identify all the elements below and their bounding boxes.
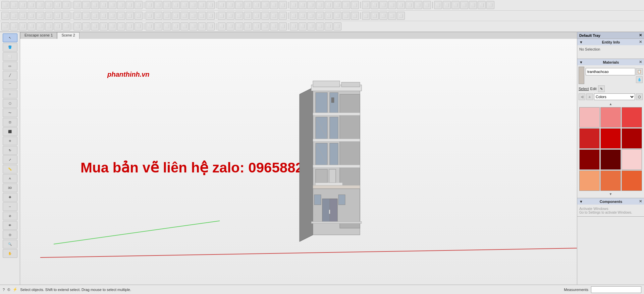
toolbar-btn-tb-row2-22[interactable]: ⬜ (198, 12, 206, 20)
sidebar-zoom-tool[interactable]: 🔍 (3, 240, 17, 248)
toolbar-btn-tb-row3-28[interactable]: ⬜ (253, 22, 261, 30)
toolbar-btn-tb-row1-8[interactable]: ⬜ (73, 1, 82, 9)
toolbar-btn-tb-row2-7[interactable]: ⬜ (62, 12, 70, 20)
color-swatch-11[interactable] (622, 170, 642, 191)
sidebar-walk-tool[interactable]: 👁 (3, 221, 17, 230)
materials-header[interactable]: ▼ Materials ✕ (577, 59, 644, 65)
toolbar-btn-tb-row1-35[interactable]: ⬜ (316, 1, 324, 9)
material-sample-btn[interactable]: 💧 (636, 76, 643, 83)
toolbar-btn-tb-row2-31[interactable]: ⬜ (279, 12, 287, 20)
toolbar-btn-tb-row3-13[interactable]: ⬜ (117, 22, 125, 30)
toolbar-btn-tb-row2-40[interactable]: ⬜ (362, 12, 370, 20)
sidebar-eraser-tool[interactable]: ⬜ (3, 52, 17, 61)
tab-scene2[interactable]: Scene 2 (57, 32, 79, 39)
toolbar-btn-tb-row3-7[interactable]: ⬜ (62, 22, 70, 30)
toolbar-btn-tb-row2-1[interactable]: ⬜ (10, 12, 18, 20)
sidebar-3dtext-tool[interactable]: 3D (3, 183, 17, 192)
toolbar-btn-tb-row3-35[interactable]: ⬜ (316, 22, 324, 30)
toolbar-btn-tb-row2-33[interactable]: ⬜ (299, 12, 307, 20)
toolbar-btn-tb-row3-12[interactable]: ⬜ (108, 22, 116, 30)
toolbar-btn-tb-row1-0[interactable]: ⬜ (1, 1, 9, 9)
toolbar-btn-tb-row1-40[interactable]: ⬜ (362, 1, 370, 9)
color-swatch-0[interactable] (579, 107, 600, 128)
toolbar-btn-tb-row3-8[interactable]: ⬜ (73, 22, 82, 30)
toolbar-btn-tb-row2-20[interactable]: ⬜ (180, 12, 189, 20)
toolbar-btn-tb-row2-37[interactable]: ⬜ (333, 12, 341, 20)
toolbar-btn-tb-row2-19[interactable]: ⬜ (172, 12, 180, 20)
toolbar-btn-tb-row2-0[interactable]: ⬜ (1, 12, 9, 20)
edit-label[interactable]: Edit (590, 87, 597, 91)
toolbar-btn-tb-row2-44[interactable]: ⬜ (397, 12, 405, 20)
toolbar-btn-tb-row1-11[interactable]: ⬜ (100, 1, 108, 9)
toolbar-btn-tb-row3-21[interactable]: ⬜ (189, 22, 197, 30)
materials-close[interactable]: ✕ (639, 60, 642, 64)
toolbar-btn-tb-row1-39[interactable]: ⬜ (351, 1, 359, 9)
toolbar-btn-tb-row2-8[interactable]: ⬜ (73, 12, 82, 20)
toolbar-btn-tb-row1-1[interactable]: ⬜ (10, 1, 18, 9)
toolbar-btn-tb-row1-33[interactable]: ⬜ (299, 1, 307, 9)
toolbar-btn-tb-row1-15[interactable]: ⬜ (135, 1, 143, 9)
toolbar-btn-tb-row1-52[interactable]: ⬜ (469, 1, 477, 9)
toolbar-btn-tb-row2-5[interactable]: ⬜ (45, 12, 53, 20)
toolbar-btn-tb-row1-5[interactable]: ⬜ (45, 1, 53, 9)
colors-select[interactable]: Colors (594, 93, 635, 100)
material-name-input[interactable] (586, 68, 635, 75)
toolbar-btn-tb-row2-35[interactable]: ⬜ (316, 12, 324, 20)
color-swatch-9[interactable] (579, 170, 600, 191)
toolbar-btn-tb-row3-34[interactable]: ⬜ (307, 22, 315, 30)
sidebar-freehand-tool[interactable]: 〜 (3, 108, 17, 117)
toolbar-btn-tb-row2-38[interactable]: ⬜ (342, 12, 350, 20)
sidebar-scale-tool[interactable]: ⤢ (3, 155, 17, 164)
toolbar-btn-tb-row2-26[interactable]: ⬜ (235, 12, 243, 20)
toolbar-btn-tb-row2-10[interactable]: ⬜ (91, 12, 99, 20)
sidebar-text-tool[interactable]: A (3, 174, 17, 183)
toolbar-btn-tb-row1-6[interactable]: ⬜ (54, 1, 62, 9)
components-header[interactable]: ▼ Components ✕ (577, 198, 644, 205)
tab-scene1[interactable]: Enscape scene 1 (20, 32, 57, 39)
sidebar-select-tool[interactable]: ↖ (3, 33, 17, 42)
toolbar-btn-tb-row3-37[interactable]: ⬜ (333, 22, 341, 30)
toolbar-btn-tb-row2-29[interactable]: ⬜ (261, 12, 269, 20)
toolbar-btn-tb-row1-3[interactable]: ⬜ (28, 1, 36, 9)
sidebar-section-tool[interactable]: ⊘ (3, 212, 17, 220)
toolbar-btn-tb-row2-27[interactable]: ⬜ (244, 12, 252, 20)
toolbar-btn-tb-row1-38[interactable]: ⬜ (342, 1, 350, 9)
toolbar-btn-tb-row1-12[interactable]: ⬜ (108, 1, 116, 9)
toolbar-btn-tb-row3-9[interactable]: ⬜ (82, 22, 90, 30)
toolbar-btn-tb-row1-49[interactable]: ⬜ (443, 1, 451, 9)
toolbar-btn-tb-row1-54[interactable]: ⬜ (486, 1, 494, 9)
toolbar-btn-tb-row1-25[interactable]: ⬜ (226, 1, 234, 9)
toolbar-btn-tb-row1-19[interactable]: ⬜ (172, 1, 180, 9)
toolbar-btn-tb-row3-24[interactable]: ⬜ (218, 22, 226, 30)
status-icon-3[interactable]: ⚡ (13, 287, 17, 292)
entity-info-close[interactable]: ✕ (639, 40, 642, 44)
toolbar-btn-tb-row1-18[interactable]: ⬜ (163, 1, 171, 9)
toolbar-btn-tb-row3-15[interactable]: ⬜ (135, 22, 143, 30)
toolbar-btn-tb-row2-6[interactable]: ⬜ (54, 12, 62, 20)
color-swatch-2[interactable] (622, 107, 642, 128)
toolbar-btn-tb-row2-21[interactable]: ⬜ (189, 12, 197, 20)
toolbar-btn-tb-row2-17[interactable]: ⬜ (154, 12, 162, 20)
toolbar-btn-tb-row3-31[interactable]: ⬜ (279, 22, 287, 30)
toolbar-btn-tb-row1-31[interactable]: ⬜ (279, 1, 287, 9)
toolbar-btn-tb-row3-36[interactable]: ⬜ (325, 22, 333, 30)
toolbar-btn-tb-row3-33[interactable]: ⬜ (299, 22, 307, 30)
toolbar-btn-tb-row2-3[interactable]: ⬜ (28, 12, 36, 20)
toolbar-btn-tb-row1-21[interactable]: ⬜ (189, 1, 197, 9)
toolbar-btn-tb-row1-46[interactable]: ⬜ (414, 1, 422, 9)
toolbar-btn-tb-row2-11[interactable]: ⬜ (100, 12, 108, 20)
toolbar-btn-tb-row3-18[interactable]: ⬜ (163, 22, 171, 30)
toolbar-btn-tb-row1-20[interactable]: ⬜ (180, 1, 189, 9)
toolbar-btn-tb-row1-47[interactable]: ⬜ (423, 1, 431, 9)
toolbar-btn-tb-row3-25[interactable]: ⬜ (226, 22, 234, 30)
toolbar-btn-tb-row1-51[interactable]: ⬜ (460, 1, 468, 9)
toolbar-btn-tb-row1-50[interactable]: ⬜ (451, 1, 460, 9)
color-swatch-3[interactable] (579, 128, 600, 149)
toolbar-btn-tb-row3-10[interactable]: ⬜ (91, 22, 99, 30)
material-back-btn[interactable]: ◁ (579, 93, 585, 100)
toolbar-btn-tb-row1-43[interactable]: ⬜ (388, 1, 396, 9)
toolbar-btn-tb-row1-4[interactable]: ⬜ (36, 1, 44, 9)
toolbar-btn-tb-row2-18[interactable]: ⬜ (163, 12, 171, 20)
sidebar-tape-tool[interactable]: 📏 (3, 165, 17, 173)
toolbar-btn-tb-row1-42[interactable]: ⬜ (379, 1, 387, 9)
